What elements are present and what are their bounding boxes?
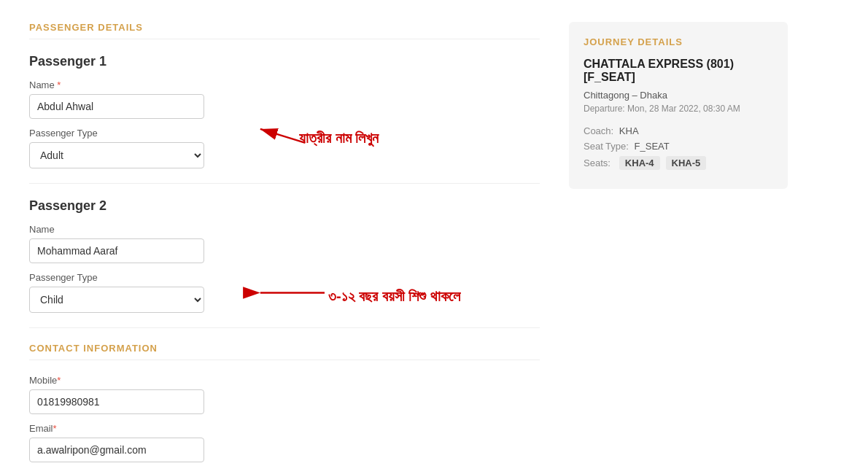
seat-badge-1: KHA-4 — [619, 156, 660, 170]
journey-title: JOURNEY DETAILS — [584, 36, 773, 47]
passenger-1-type-select[interactable]: Adult Child — [29, 142, 204, 168]
mobile-input[interactable] — [29, 389, 204, 414]
annotation-text-2: ৩-১২ বছর বয়সী শিশু থাকলে — [328, 288, 460, 305]
passenger-2-type-group: Passenger Type Adult Child — [29, 272, 540, 313]
passenger-1-name-label: Name * — [29, 79, 540, 90]
passenger-2-name-input[interactable] — [29, 238, 204, 263]
contact-info-title: CONTACT INFORMATION — [29, 343, 540, 360]
seat-badge-2: KHA-5 — [666, 156, 707, 170]
passenger-2-heading: Passenger 2 — [29, 198, 540, 214]
passenger-1-type-label: Passenger Type — [29, 128, 540, 139]
passenger-1-name-group: Name * — [29, 79, 540, 119]
email-group: Email* — [29, 423, 540, 462]
journey-details-panel: JOURNEY DETAILS CHATTALA EXPRESS (801) [… — [569, 22, 788, 471]
journey-seats: Seats: KHA-4 KHA-5 — [584, 156, 773, 170]
passenger-details-title: PASSENGER DETAILS — [29, 22, 540, 39]
journey-card: JOURNEY DETAILS CHATTALA EXPRESS (801) [… — [569, 22, 788, 189]
email-label: Email* — [29, 423, 540, 434]
contact-section: CONTACT INFORMATION Mobile* Email* — [29, 343, 540, 462]
journey-departure: Departure: Mon, 28 Mar 2022, 08:30 AM — [584, 104, 773, 114]
passenger-2-name-label: Name — [29, 224, 540, 235]
annotation-text-1: যাত্রীর নাম লিখুন — [299, 130, 379, 147]
passenger-2-block: Passenger 2 Name Passenger Type Adult Ch… — [29, 198, 540, 313]
passenger-2-type-select[interactable]: Adult Child — [29, 287, 204, 313]
journey-seat-type: Seat Type: F_SEAT — [584, 141, 773, 152]
passenger-1-heading: Passenger 1 — [29, 54, 540, 69]
passenger-1-block: Passenger 1 Name * Passenger Type Adult … — [29, 54, 540, 168]
mobile-group: Mobile* — [29, 375, 540, 414]
contact-divider — [29, 327, 540, 328]
passenger-1-name-input[interactable] — [29, 94, 204, 119]
mobile-label: Mobile* — [29, 375, 540, 386]
passenger-2-name-group: Name — [29, 224, 540, 263]
passenger-2-type-label: Passenger Type — [29, 272, 540, 283]
journey-train-name: CHATTALA EXPRESS (801) [F_SEAT] — [584, 58, 773, 84]
email-input[interactable] — [29, 438, 204, 462]
journey-coach: Coach: KHA — [584, 125, 773, 136]
journey-route: Chittagong – Dhaka — [584, 90, 773, 101]
passenger-1-type-group: Passenger Type Adult Child — [29, 128, 540, 168]
passenger-divider — [29, 183, 540, 184]
